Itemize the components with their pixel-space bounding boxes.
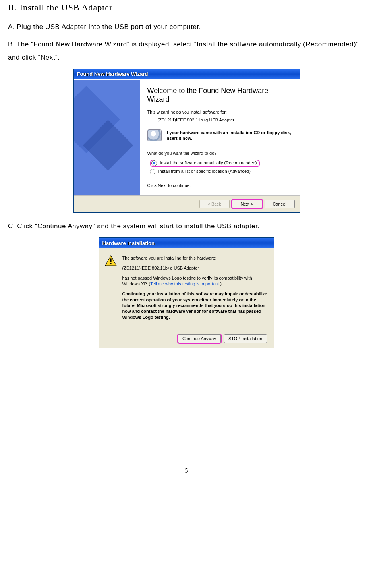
next-button[interactable]: Next > [232,200,262,208]
wizard-cd-text: If your hardware came with an installati… [166,130,292,141]
radio-auto[interactable] [151,160,157,166]
found-new-hardware-wizard-dialog: Found New Hardware Wizard Welcome to the… [73,69,300,213]
step-b: B. The “Found New Hardware Wizard” is di… [8,38,365,64]
hw-line1: The software you are installing for this… [122,255,269,261]
radio-list-label: Install from a list or specific location… [158,169,251,174]
cd-icon [147,129,162,141]
wizard-heading: Welcome to the Found New Hardware Wizard [147,86,292,104]
step-c: C. Click “Continue Anyway” and the syste… [8,220,365,233]
wizard-click-next: Click Next to continue. [147,183,292,188]
hw-button-row: Continue Anyway STOP Installation [105,334,269,344]
continue-anyway-button[interactable]: Continue Anyway [178,334,221,343]
highlight-oval: Install the software automatically (Reco… [150,160,260,167]
hw-logo-link[interactable]: Tell me why this testing is important. [150,281,220,286]
hw-warning-bold: Continuing your installation of this sof… [122,291,269,320]
wizard-question: What do you want the wizard to do? [147,151,292,156]
radio-auto-label: Install the software automatically (Reco… [160,160,257,165]
wizard-device-name: (ZD1211)IEEE 802.11b+g USB Adapter [158,118,292,122]
hw-divider [105,330,269,330]
radio-list[interactable] [150,169,155,174]
hw-logo-text: has not passed Windows Logo testing to v… [122,275,269,287]
wizard-helps-text: This wizard helps you install software f… [147,110,292,114]
wizard-side-graphic [74,80,140,195]
hardware-installation-dialog: Hardware Installation The software you a… [99,237,274,348]
hw-titlebar: Hardware Installation [99,238,274,248]
svg-rect-2 [110,263,111,264]
warning-icon [105,255,117,266]
stop-installation-button[interactable]: STOP Installation [224,334,267,343]
wizard-titlebar: Found New Hardware Wizard [74,69,300,79]
back-button[interactable]: < Back [199,200,230,208]
hw-device: (ZD1211)IEEE 802.11b+g USB Adapter [122,265,269,271]
step-a: A. Plug the USB Adapter into the USB por… [8,21,365,33]
cancel-button[interactable]: Cancel [265,200,295,208]
section-heading: II. Install the USB Adapter [8,2,365,13]
page-number: 5 [8,467,365,474]
wizard-button-row: < Back Next > Cancel [74,195,300,212]
svg-rect-1 [110,259,111,262]
